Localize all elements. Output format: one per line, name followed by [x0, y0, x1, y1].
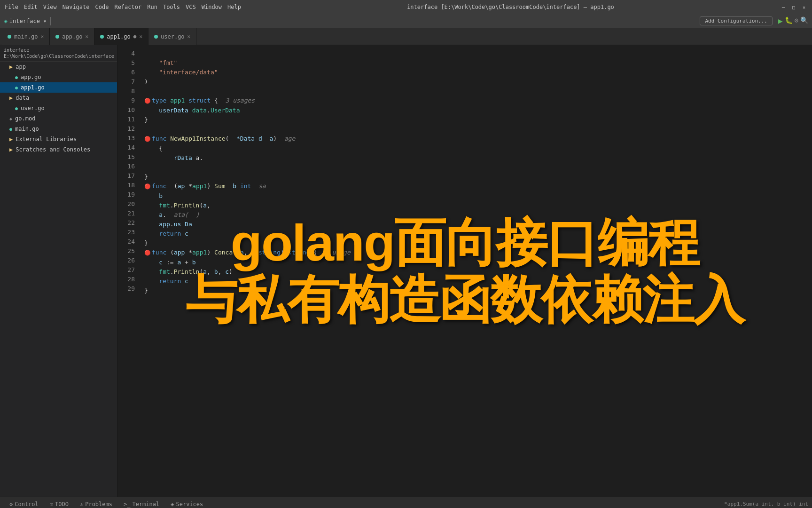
- tab-problems[interactable]: ⚠ Problems: [74, 497, 118, 508]
- menu-window[interactable]: Window: [202, 4, 222, 10]
- tab-icon-app1-go: [100, 35, 104, 39]
- project-dropdown[interactable]: interface ▾: [9, 18, 47, 24]
- folder-icon: ▶: [9, 64, 13, 70]
- tab-label-control: Control: [15, 501, 39, 508]
- window-controls[interactable]: ─ □ ✕: [780, 4, 807, 10]
- terminal-icon: >_: [124, 501, 130, 508]
- folder-icon-data: ▶: [9, 95, 13, 101]
- sidebar-label-go-mod: go.mod: [15, 115, 35, 122]
- tab-label-services: Services: [176, 501, 203, 508]
- sidebar-label-main-go: main.go: [15, 126, 39, 132]
- tab-icon-user-go: [154, 35, 158, 39]
- toolbar-separator: [50, 17, 51, 25]
- tab-close-user-go[interactable]: ✕: [187, 33, 191, 40]
- sidebar-item-app1-go[interactable]: ● app1.go: [0, 82, 117, 93]
- search-everywhere-icon[interactable]: 🔍: [800, 16, 808, 25]
- sidebar-project-header: interface E:\Work\Code\go\ClassroomCode\…: [0, 45, 117, 62]
- sidebar-item-user-go[interactable]: ● user.go: [0, 103, 117, 113]
- run-icon[interactable]: ▶: [778, 16, 783, 25]
- tab-app-go[interactable]: app.go ✕: [50, 28, 94, 45]
- sidebar-label-app-go: app.go: [21, 74, 41, 80]
- tab-control[interactable]: ⚙ Control: [4, 497, 44, 508]
- menu-tools[interactable]: Tools: [163, 4, 180, 10]
- sidebar-item-app-go[interactable]: ● app.go: [0, 72, 117, 82]
- menu-refactor[interactable]: Refactor: [114, 4, 141, 10]
- sidebar-item-data-folder[interactable]: ▶ data: [0, 93, 117, 103]
- tab-bar: main.go ✕ app.go ✕ app1.go ● ✕ user.go ✕: [0, 28, 812, 45]
- tab-todo[interactable]: ☑ TODO: [44, 497, 74, 508]
- sidebar-item-app-folder[interactable]: ▶ app: [0, 62, 117, 72]
- sidebar-item-external-libraries[interactable]: ▶ External Libraries: [0, 134, 117, 144]
- sidebar-item-main-go[interactable]: ● main.go: [0, 124, 117, 134]
- sidebar-project-path: interface E:\Work\Code\go\ClassroomCode\…: [4, 48, 114, 59]
- tab-services[interactable]: ◈ Services: [165, 497, 209, 508]
- menu-bar[interactable]: File Edit View Navigate Code Refactor Ru…: [5, 4, 241, 10]
- go-file-icon-active: ●: [15, 85, 18, 90]
- statusbar-hint: *app1.Sum(a int, b int) int: [724, 501, 808, 507]
- sidebar-label-app1-go: app1.go: [21, 84, 45, 91]
- tab-label-problems: Problems: [85, 501, 112, 508]
- main-area: interface E:\Work\Code\go\ClassroomCode\…: [0, 45, 812, 497]
- sidebar-label-user-go: user.go: [21, 105, 45, 111]
- problems-icon: ⚠: [80, 501, 83, 508]
- menu-file[interactable]: File: [5, 4, 18, 10]
- maximize-button[interactable]: □: [790, 4, 797, 10]
- editor-area[interactable]: 4 5 6 7 8 9 10 11 12 13 14 15 16 17 18 1…: [117, 45, 812, 497]
- settings-icon[interactable]: ⚙: [795, 16, 798, 25]
- tab-app1-go[interactable]: app1.go ● ✕: [94, 28, 148, 45]
- tab-label-user-go: user.go: [161, 33, 185, 40]
- todo-icon: ☑: [50, 501, 53, 508]
- close-button[interactable]: ✕: [801, 4, 807, 10]
- minimize-button[interactable]: ─: [780, 4, 787, 10]
- sidebar-item-go-mod[interactable]: ◆ go.mod: [0, 113, 117, 124]
- menu-run[interactable]: Run: [147, 4, 157, 10]
- file-icon-go-mod: ◆: [9, 116, 12, 121]
- menu-navigate[interactable]: Navigate: [62, 4, 90, 10]
- menu-vcs[interactable]: VCS: [186, 4, 196, 10]
- sidebar-item-scratches[interactable]: ▶ Scratches and Consoles: [0, 144, 117, 155]
- add-configuration-button[interactable]: Add Configuration...: [700, 16, 772, 25]
- sidebar-label-app: app: [16, 64, 26, 70]
- services-icon: ◈: [171, 501, 174, 508]
- debug-icon[interactable]: 🐛: [785, 16, 793, 25]
- menu-view[interactable]: View: [43, 4, 57, 10]
- bottom-panel-tabs: ⚙ Control ☑ TODO ⚠ Problems >_ Terminal …: [0, 497, 812, 508]
- sidebar-label-scratches: Scratches and Consoles: [16, 146, 90, 153]
- menu-code[interactable]: Code: [95, 4, 109, 10]
- folder-icon-external: ▶: [9, 136, 13, 143]
- folder-icon-scratches: ▶: [9, 146, 13, 153]
- sidebar-label-data: data: [16, 95, 29, 101]
- menu-edit[interactable]: Edit: [24, 4, 38, 10]
- tab-icon-app-go: [55, 35, 59, 39]
- tab-icon-main-go: [8, 35, 11, 39]
- sidebar: interface E:\Work\Code\go\ClassroomCode\…: [0, 45, 117, 497]
- go-file-icon-main: ●: [9, 127, 12, 132]
- line-numbers: 4 5 6 7 8 9 10 11 12 13 14 15 16 17 18 1…: [117, 45, 139, 497]
- window-title: interface [E:\Work\Code\go\ClassroomCode…: [241, 4, 780, 10]
- tab-close-app-go[interactable]: ✕: [86, 33, 89, 40]
- tab-user-go[interactable]: user.go ✕: [148, 28, 196, 45]
- go-file-icon-user: ●: [15, 106, 18, 111]
- tab-main-go[interactable]: main.go ✕: [2, 28, 50, 45]
- tab-label-todo: TODO: [55, 501, 69, 508]
- control-icon: ⚙: [9, 501, 13, 508]
- code-container: 4 5 6 7 8 9 10 11 12 13 14 15 16 17 18 1…: [117, 45, 812, 497]
- title-bar: File Edit View Navigate Code Refactor Ru…: [0, 0, 812, 14]
- tab-close-app1-go[interactable]: ✕: [139, 33, 142, 40]
- tab-label-terminal: Terminal: [132, 501, 159, 508]
- tab-label-app-go: app.go: [62, 33, 82, 40]
- code-editor[interactable]: "fmt" "interface/data" ) 🔴type app1 stru…: [139, 45, 812, 497]
- tab-label-app1-go: app1.go: [107, 33, 131, 40]
- go-file-icon: ●: [15, 75, 18, 80]
- menu-help[interactable]: Help: [227, 4, 241, 10]
- toolbar: ◈ interface ▾ Add Configuration... ▶ 🐛 ⚙…: [0, 14, 812, 28]
- tab-label-main-go: main.go: [14, 33, 38, 40]
- tab-terminal[interactable]: >_ Terminal: [118, 497, 165, 508]
- project-icon: ◈: [4, 17, 8, 24]
- tab-close-main-go[interactable]: ✕: [41, 33, 44, 40]
- tab-modified-dot: ●: [133, 33, 137, 40]
- sidebar-label-external: External Libraries: [16, 136, 77, 143]
